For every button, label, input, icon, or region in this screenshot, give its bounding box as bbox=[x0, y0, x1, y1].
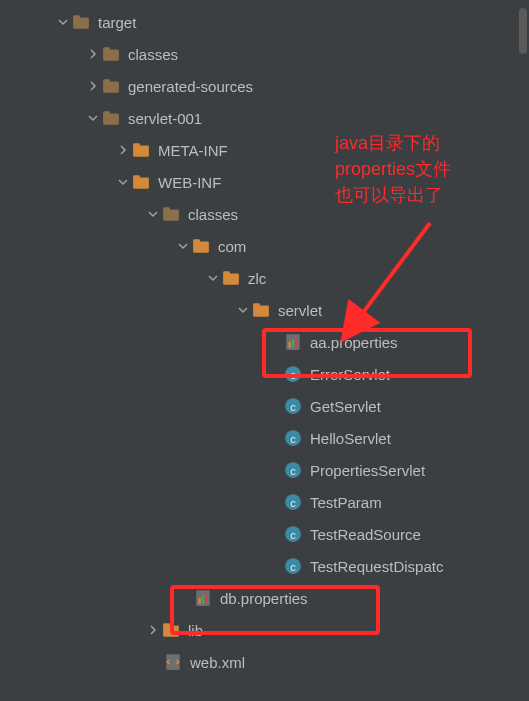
properties-file-icon bbox=[284, 333, 302, 351]
folder-icon bbox=[192, 237, 210, 255]
svg-rect-22 bbox=[292, 340, 294, 348]
svg-rect-43 bbox=[163, 623, 170, 626]
chevron-down-icon[interactable] bbox=[236, 303, 250, 317]
tree-label: target bbox=[98, 14, 136, 31]
chevron-down-icon[interactable] bbox=[56, 15, 70, 29]
svg-rect-12 bbox=[163, 210, 179, 221]
chevron-right-icon[interactable] bbox=[86, 79, 100, 93]
tree-label: servlet bbox=[278, 302, 322, 319]
folder-icon bbox=[132, 173, 150, 191]
chevron-right-icon[interactable] bbox=[86, 47, 100, 61]
tree-node-db-properties[interactable]: db.properties bbox=[0, 582, 529, 614]
svg-rect-10 bbox=[133, 178, 149, 189]
svg-rect-8 bbox=[133, 146, 149, 157]
tree-label: web.xml bbox=[190, 654, 245, 671]
project-tree[interactable]: target classes generated-sources servlet… bbox=[0, 0, 529, 701]
svg-text:c: c bbox=[290, 561, 296, 573]
tree-node-webxml[interactable]: web.xml bbox=[0, 646, 529, 678]
chevron-down-icon[interactable] bbox=[86, 111, 100, 125]
tree-node-propservlet[interactable]: c PropertiesServlet bbox=[0, 454, 529, 486]
folder-icon bbox=[102, 109, 120, 127]
svg-rect-14 bbox=[193, 242, 209, 253]
svg-text:c: c bbox=[290, 401, 296, 413]
tree-node-helloservlet[interactable]: c HelloServlet bbox=[0, 422, 529, 454]
tree-node-testreadsrc[interactable]: c TestReadSource bbox=[0, 518, 529, 550]
svg-rect-2 bbox=[103, 50, 119, 61]
chevron-right-icon[interactable] bbox=[146, 623, 160, 637]
chevron-down-icon[interactable] bbox=[176, 239, 190, 253]
svg-rect-3 bbox=[103, 47, 110, 50]
vertical-scrollbar[interactable] bbox=[517, 0, 529, 701]
chevron-down-icon[interactable] bbox=[116, 175, 130, 189]
tree-node-testreqdisp[interactable]: c TestRequestDispatc bbox=[0, 550, 529, 582]
chevron-down-icon[interactable] bbox=[146, 207, 160, 221]
tree-label: TestRequestDispatc bbox=[310, 558, 443, 575]
folder-icon bbox=[102, 77, 120, 95]
tree-label: servlet-001 bbox=[128, 110, 202, 127]
class-icon: c bbox=[284, 397, 302, 415]
tree-node-aa-properties[interactable]: aa.properties bbox=[0, 326, 529, 358]
svg-rect-42 bbox=[163, 626, 179, 637]
folder-icon bbox=[252, 301, 270, 319]
svg-rect-9 bbox=[133, 143, 140, 146]
svg-rect-13 bbox=[163, 207, 170, 210]
svg-text:c: c bbox=[290, 529, 296, 541]
svg-rect-7 bbox=[103, 111, 110, 114]
tree-node-target[interactable]: target bbox=[0, 6, 529, 38]
tree-node-metainf[interactable]: META-INF bbox=[0, 134, 529, 166]
tree-node-testparam[interactable]: c TestParam bbox=[0, 486, 529, 518]
tree-node-lib[interactable]: lib bbox=[0, 614, 529, 646]
tree-label: generated-sources bbox=[128, 78, 253, 95]
svg-text:c: c bbox=[290, 465, 296, 477]
folder-icon bbox=[162, 621, 180, 639]
tree-node-servlet[interactable]: servlet bbox=[0, 294, 529, 326]
svg-rect-39 bbox=[199, 598, 201, 604]
tree-node-gensrc[interactable]: generated-sources bbox=[0, 70, 529, 102]
svg-text:c: c bbox=[290, 497, 296, 509]
scrollbar-thumb[interactable] bbox=[519, 8, 527, 54]
tree-node-classes2[interactable]: classes bbox=[0, 198, 529, 230]
svg-rect-40 bbox=[202, 596, 204, 604]
class-icon: c bbox=[284, 461, 302, 479]
tree-label: WEB-INF bbox=[158, 174, 221, 191]
properties-file-icon bbox=[194, 589, 212, 607]
svg-rect-41 bbox=[205, 594, 207, 604]
tree-label: TestParam bbox=[310, 494, 382, 511]
svg-rect-18 bbox=[253, 306, 269, 317]
tree-node-getservlet[interactable]: c GetServlet bbox=[0, 390, 529, 422]
tree-label: TestReadSource bbox=[310, 526, 421, 543]
folder-icon bbox=[162, 205, 180, 223]
folder-icon bbox=[132, 141, 150, 159]
class-icon: c bbox=[284, 525, 302, 543]
tree-node-webinf[interactable]: WEB-INF bbox=[0, 166, 529, 198]
svg-rect-6 bbox=[103, 114, 119, 125]
tree-label: db.properties bbox=[220, 590, 308, 607]
tree-node-zlc[interactable]: zlc bbox=[0, 262, 529, 294]
tree-node-classes[interactable]: classes bbox=[0, 38, 529, 70]
tree-node-servlet001[interactable]: servlet-001 bbox=[0, 102, 529, 134]
tree-label: HelloServlet bbox=[310, 430, 391, 447]
svg-rect-4 bbox=[103, 82, 119, 93]
class-icon: c bbox=[284, 365, 302, 383]
tree-label: zlc bbox=[248, 270, 266, 287]
folder-icon bbox=[102, 45, 120, 63]
tree-node-errorservlet[interactable]: c ErrorServlet bbox=[0, 358, 529, 390]
tree-node-com[interactable]: com bbox=[0, 230, 529, 262]
class-icon: c bbox=[284, 429, 302, 447]
svg-rect-0 bbox=[73, 18, 89, 29]
svg-rect-5 bbox=[103, 79, 110, 82]
xml-file-icon bbox=[164, 653, 182, 671]
svg-rect-17 bbox=[223, 271, 230, 274]
chevron-down-icon[interactable] bbox=[206, 271, 220, 285]
tree-label: lib bbox=[188, 622, 203, 639]
svg-text:c: c bbox=[290, 369, 296, 381]
folder-icon bbox=[72, 13, 90, 31]
tree-label: aa.properties bbox=[310, 334, 398, 351]
folder-icon bbox=[222, 269, 240, 287]
class-icon: c bbox=[284, 493, 302, 511]
tree-label: classes bbox=[128, 46, 178, 63]
svg-rect-11 bbox=[133, 175, 140, 178]
chevron-right-icon[interactable] bbox=[116, 143, 130, 157]
class-icon: c bbox=[284, 557, 302, 575]
tree-label: META-INF bbox=[158, 142, 228, 159]
